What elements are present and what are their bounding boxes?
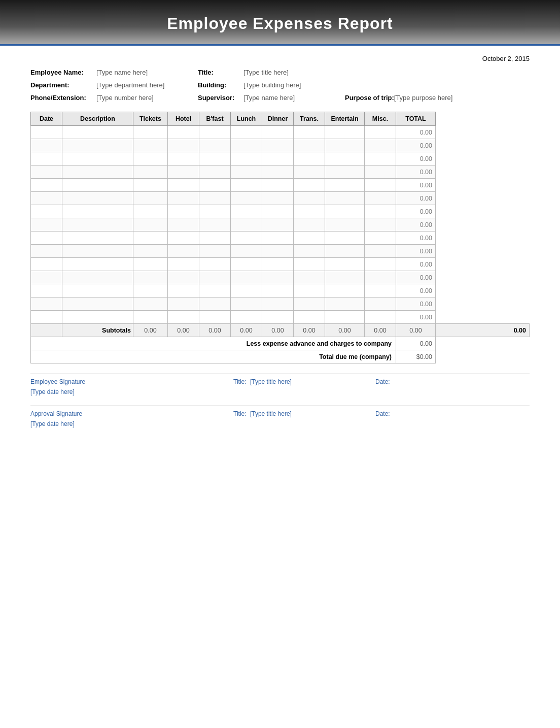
table-cell[interactable] [199, 231, 231, 245]
table-cell[interactable] [31, 245, 62, 258]
table-row[interactable]: 0.00 [31, 245, 530, 258]
table-cell[interactable] [294, 179, 325, 192]
table-cell[interactable] [231, 152, 262, 166]
table-cell[interactable] [199, 297, 231, 311]
table-cell[interactable] [31, 166, 62, 179]
table-cell[interactable] [31, 192, 62, 205]
table-row[interactable]: 0.00 [31, 205, 530, 218]
table-cell[interactable] [31, 297, 62, 311]
table-cell[interactable] [262, 284, 294, 297]
table-cell[interactable] [31, 271, 62, 284]
table-cell[interactable] [168, 152, 199, 166]
table-cell[interactable] [262, 311, 294, 324]
table-cell[interactable] [325, 126, 365, 139]
table-cell[interactable] [62, 284, 133, 297]
table-cell[interactable] [199, 258, 231, 271]
table-cell[interactable] [294, 297, 325, 311]
table-cell[interactable] [31, 139, 62, 152]
table-cell[interactable] [199, 245, 231, 258]
table-cell[interactable] [168, 258, 199, 271]
table-cell[interactable] [294, 218, 325, 231]
table-cell[interactable] [133, 179, 168, 192]
table-cell[interactable] [325, 284, 365, 297]
table-cell[interactable] [199, 205, 231, 218]
table-cell[interactable] [168, 126, 199, 139]
table-cell[interactable] [199, 192, 231, 205]
table-cell[interactable] [325, 297, 365, 311]
table-cell[interactable] [62, 311, 133, 324]
table-cell[interactable] [325, 205, 365, 218]
table-cell[interactable] [168, 218, 199, 231]
table-cell[interactable] [62, 139, 133, 152]
table-cell[interactable] [294, 284, 325, 297]
table-cell[interactable] [133, 192, 168, 205]
table-cell[interactable] [262, 166, 294, 179]
table-cell[interactable] [199, 218, 231, 231]
table-cell[interactable] [262, 126, 294, 139]
table-cell[interactable] [62, 218, 133, 231]
table-cell[interactable] [231, 297, 262, 311]
table-cell[interactable] [365, 139, 396, 152]
table-row[interactable]: 0.00 [31, 166, 530, 179]
table-cell[interactable] [231, 126, 262, 139]
table-row[interactable]: 0.00 [31, 311, 530, 324]
table-cell[interactable] [199, 179, 231, 192]
table-cell[interactable] [325, 311, 365, 324]
table-cell[interactable] [365, 192, 396, 205]
table-row[interactable]: 0.00 [31, 126, 530, 139]
table-cell[interactable] [365, 284, 396, 297]
table-cell[interactable] [325, 179, 365, 192]
table-cell[interactable] [365, 152, 396, 166]
table-cell[interactable] [62, 192, 133, 205]
table-cell[interactable] [365, 205, 396, 218]
table-cell[interactable] [365, 166, 396, 179]
table-cell[interactable] [168, 271, 199, 284]
table-row[interactable]: 0.00 [31, 179, 530, 192]
table-cell[interactable] [231, 205, 262, 218]
table-cell[interactable] [262, 245, 294, 258]
table-cell[interactable] [199, 284, 231, 297]
table-cell[interactable] [133, 205, 168, 218]
table-cell[interactable] [62, 297, 133, 311]
table-cell[interactable] [231, 284, 262, 297]
table-cell[interactable] [168, 311, 199, 324]
table-cell[interactable] [133, 166, 168, 179]
table-row[interactable]: 0.00 [31, 152, 530, 166]
table-cell[interactable] [199, 126, 231, 139]
table-cell[interactable] [365, 126, 396, 139]
table-cell[interactable] [325, 245, 365, 258]
table-cell[interactable] [294, 192, 325, 205]
table-cell[interactable] [31, 311, 62, 324]
table-cell[interactable] [133, 231, 168, 245]
table-cell[interactable] [262, 258, 294, 271]
table-cell[interactable] [325, 139, 365, 152]
table-cell[interactable] [62, 231, 133, 245]
table-cell[interactable] [294, 271, 325, 284]
table-cell[interactable] [231, 218, 262, 231]
table-cell[interactable] [365, 245, 396, 258]
table-cell[interactable] [365, 218, 396, 231]
table-cell[interactable] [133, 311, 168, 324]
table-cell[interactable] [231, 139, 262, 152]
table-cell[interactable] [262, 139, 294, 152]
table-cell[interactable] [262, 152, 294, 166]
table-cell[interactable] [133, 284, 168, 297]
table-row[interactable]: 0.00 [31, 218, 530, 231]
table-cell[interactable] [294, 139, 325, 152]
table-cell[interactable] [133, 126, 168, 139]
table-cell[interactable] [325, 152, 365, 166]
table-cell[interactable] [294, 152, 325, 166]
table-cell[interactable] [168, 166, 199, 179]
table-cell[interactable] [262, 179, 294, 192]
table-cell[interactable] [325, 271, 365, 284]
table-cell[interactable] [294, 245, 325, 258]
table-cell[interactable] [231, 166, 262, 179]
table-cell[interactable] [62, 245, 133, 258]
table-cell[interactable] [199, 139, 231, 152]
table-cell[interactable] [31, 152, 62, 166]
table-cell[interactable] [262, 231, 294, 245]
table-cell[interactable] [365, 311, 396, 324]
table-cell[interactable] [294, 166, 325, 179]
table-cell[interactable] [365, 271, 396, 284]
table-cell[interactable] [168, 205, 199, 218]
